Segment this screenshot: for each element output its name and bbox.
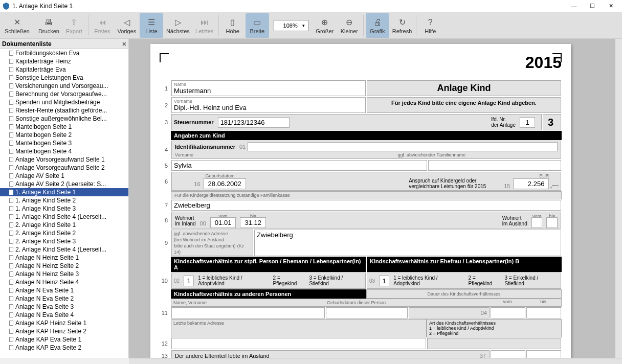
- first-icon: ⏮: [98, 17, 106, 28]
- list-item[interactable]: Anlage KAP Eva Seite 2: [0, 344, 128, 352]
- export-icon: ⇪: [71, 17, 77, 28]
- list-item[interactable]: Spenden und Mitgliedsbeiträge: [0, 98, 128, 106]
- next-page-button[interactable]: ▷Nächstes: [164, 13, 192, 38]
- familienkasse: Zwiebelberg: [171, 200, 561, 211]
- list-item[interactable]: Anlage AV Seite 2 (Leerseite: S...: [0, 180, 128, 188]
- list-item[interactable]: Anlage N Heinz Seite 3: [0, 270, 128, 278]
- maximize-button[interactable]: ☐: [583, 0, 602, 12]
- refresh-button[interactable]: ↻Refresh: [390, 13, 414, 38]
- form-year: 2015: [525, 53, 562, 72]
- list-item[interactable]: Mantelbogen Seite 4: [0, 147, 128, 155]
- list-item[interactable]: Sonstige Leistungen Eva: [0, 74, 128, 82]
- zoom-in-icon: ⊕: [321, 17, 328, 28]
- list-item[interactable]: Mantelbogen Seite 3: [0, 139, 128, 147]
- close-button[interactable]: ✕Schließen: [3, 13, 32, 38]
- list-item[interactable]: Anlage AV Seite 1: [0, 172, 128, 180]
- print-icon: 🖶: [45, 17, 53, 28]
- list-item[interactable]: Riester-Rente (staatlich geförde...: [0, 106, 128, 115]
- list-item[interactable]: Mantelbogen Seite 2: [0, 131, 128, 139]
- list-item[interactable]: Anlage KAP Heinz Seite 2: [0, 327, 128, 335]
- list-item[interactable]: Sonstige außergewöhnliche Bel...: [0, 115, 128, 123]
- list-item[interactable]: Anlage N Eva Seite 4: [0, 311, 128, 319]
- list-item[interactable]: Fortbildungskosten Eva: [0, 49, 128, 57]
- list-item[interactable]: Anlage Vorsorgeaufwand Seite 2: [0, 164, 128, 172]
- form-title-block: Anlage Kind: [367, 80, 561, 96]
- list-item[interactable]: 1. Anlage Kind Seite 4 (Leerseit...: [0, 213, 128, 221]
- document-list[interactable]: Fortbildungskosten EvaKapitalerträge Hei…: [0, 49, 128, 358]
- graphic-icon: 🖨: [373, 17, 382, 28]
- list-item[interactable]: Anlage N Eva Seite 2: [0, 294, 128, 303]
- sidebar-close-button[interactable]: ×: [122, 40, 126, 48]
- list-item[interactable]: Versicherungen und Vorsorgeau...: [0, 82, 128, 90]
- list-toggle-button[interactable]: ☰Liste: [140, 13, 163, 38]
- help-icon: ?: [428, 17, 433, 28]
- fit-width-button[interactable]: ▭Breite: [246, 13, 269, 38]
- list-item[interactable]: Kapitalerträge Heinz: [0, 57, 128, 65]
- child-vorname: Sylvia: [171, 160, 427, 171]
- last-page-button[interactable]: ⏭Letztes: [193, 13, 216, 38]
- vertical-scrollbar[interactable]: [615, 39, 622, 358]
- zoom-input[interactable]: [274, 22, 299, 29]
- list-item[interactable]: 2. Anlage Kind Seite 2: [0, 229, 128, 237]
- list-item[interactable]: Anlage N Heinz Seite 2: [0, 262, 128, 270]
- prev-page-button[interactable]: ◁Voriges: [115, 13, 139, 38]
- app-logo-icon: [2, 2, 10, 10]
- zoom-combo[interactable]: ▾: [274, 20, 308, 31]
- section-header-angaben: Angaben zum Kind: [171, 131, 562, 140]
- list-item[interactable]: 1. Anlage Kind Seite 2: [0, 196, 128, 204]
- list-item[interactable]: Anlage N Heinz Seite 4: [0, 278, 128, 286]
- name-field: Name Mustermann: [171, 80, 366, 96]
- list-item[interactable]: 2. Anlage Kind Seite 3: [0, 237, 128, 245]
- sidebar-header: Dokumentenliste ×: [0, 39, 128, 49]
- fit-height-button[interactable]: ▯Höhe: [221, 13, 245, 38]
- main-toolbar: ✕Schließen 🖶Drucken ⇪Export ⏮Erstes ◁Vor…: [0, 12, 622, 39]
- crop-mark-tl: [160, 53, 169, 62]
- list-item[interactable]: Anlage KAP Eva Seite 1: [0, 335, 128, 344]
- list-item[interactable]: Mantelbogen Seite 1: [0, 123, 128, 131]
- first-page-button[interactable]: ⏮Erstes: [91, 13, 114, 38]
- list-item[interactable]: Anlage N Heinz Seite 1: [0, 254, 128, 262]
- print-button[interactable]: 🖶Drucken: [36, 13, 61, 38]
- taxno-row: Steuernummer 181/123/12346 lfd. Nr. der …: [171, 114, 542, 130]
- line-no: 1: [160, 80, 171, 97]
- zoom-out-icon: ⊖: [346, 17, 352, 28]
- vorname-field: Vorname Dipl.-Hdl. Heinz und Eva: [171, 97, 366, 113]
- list-item[interactable]: 1. Anlage Kind Seite 1: [0, 188, 128, 196]
- chevron-down-icon[interactable]: ▾: [299, 23, 308, 28]
- child-birthdate: 28.06.2002: [204, 178, 246, 189]
- window-title: 1. Anlage Kind Seite 1: [12, 3, 565, 10]
- list-item[interactable]: Anlage KAP Heinz Seite 1: [0, 319, 128, 327]
- export-button: ⇪Export: [62, 13, 86, 38]
- section-header-c: Kindschaftsverhältnis zu anderen Persone…: [171, 289, 366, 299]
- list-item[interactable]: Kapitalerträge Eva: [0, 65, 128, 74]
- list-item[interactable]: Berechnung der Vorsorgeaufwe...: [0, 90, 128, 98]
- section-header-b: Kindschaftsverhältnis zur Ehefrau / Lebe…: [367, 257, 562, 272]
- zoom-in-button[interactable]: ⊕Größer: [313, 13, 337, 38]
- corner-counter: 3: [543, 114, 561, 130]
- refresh-icon: ↻: [399, 17, 406, 28]
- document-sidebar: Dokumentenliste × Fortbildungskosten Eva…: [0, 39, 129, 358]
- height-icon: ▯: [230, 17, 235, 28]
- last-icon: ⏭: [201, 17, 209, 28]
- close-icon: ✕: [14, 17, 20, 28]
- help-button[interactable]: ?Hilfe: [418, 13, 442, 38]
- page-preview[interactable]: 2015 1 Name Mustermann Anlage Kind: [129, 39, 622, 358]
- list-item[interactable]: 2. Anlage Kind Seite 1: [0, 221, 128, 229]
- list-icon: ☰: [148, 17, 155, 28]
- section-header-a: Kindschaftsverhältnis zur stpfl. Person …: [171, 257, 366, 272]
- next-icon: ▷: [175, 17, 181, 28]
- width-icon: ▭: [253, 17, 261, 28]
- list-item[interactable]: Anlage N Eva Seite 1: [0, 286, 128, 294]
- close-window-button[interactable]: ✕: [602, 0, 620, 12]
- list-item[interactable]: Anlage N Eva Seite 3: [0, 303, 128, 311]
- list-item[interactable]: Anlage Vorsorgeaufwand Seite 1: [0, 155, 128, 164]
- form-page: 2015 1 Name Mustermann Anlage Kind: [150, 44, 571, 358]
- zoom-out-button[interactable]: ⊖Kleiner: [338, 13, 361, 38]
- horizontal-scrollbar[interactable]: [129, 358, 622, 364]
- list-item[interactable]: 1. Anlage Kind Seite 3: [0, 204, 128, 213]
- list-item[interactable]: 2. Anlage Kind Seite 4 (Leerseit...: [0, 245, 128, 254]
- prev-icon: ◁: [124, 17, 130, 28]
- minimize-button[interactable]: —: [565, 0, 583, 12]
- title-bar: 1. Anlage Kind Seite 1 — ☐ ✕: [0, 0, 622, 12]
- graphic-button[interactable]: 🖨Grafik: [366, 13, 389, 38]
